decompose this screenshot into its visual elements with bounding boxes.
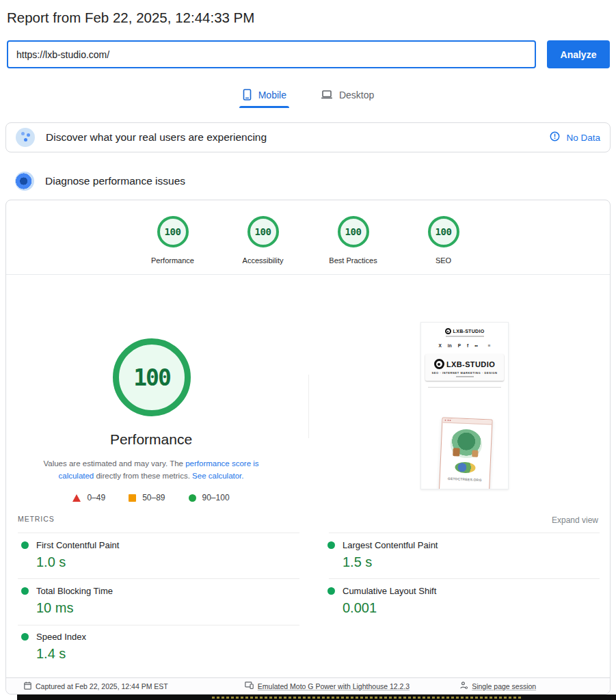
banner-subtitle: SEO · INTERNET MARKETING · DESIGN [428,371,501,375]
tab-desktop[interactable]: Desktop [318,85,377,108]
discover-section: Discover what your real users are experi… [5,122,611,152]
best-practices-score: 100 [345,226,362,237]
earth-tree-illustration [450,429,483,459]
score-disclaimer: Values are estimated and may vary. The p… [27,457,276,483]
metrics-section-label: METRICS [18,515,55,523]
thumb-inner-site-card: GETDCTREES.ORG [438,417,492,489]
inner-site-name: GETDCTREES.ORG [440,476,490,482]
cutoff-banner [17,695,616,700]
seo-gauge: 100 [428,216,459,247]
info-icon [550,131,560,144]
accessibility-label: Accessibility [243,256,284,265]
performance-heading: Performance [49,431,254,448]
session-info[interactable]: Single page session [460,682,536,690]
metric-label: Total Blocking Time [36,586,113,596]
page-title: Report from Feb 22, 2025, 12:44:33 PM [7,10,254,26]
session-info-text: Single page session [472,682,536,690]
metrics-divider [18,533,299,533]
thumb-site-name: LXB-STUDIO [453,329,485,334]
performance-gauge: 100 [157,216,189,247]
metrics-divider [329,533,600,533]
best-practices-gauge: 100 [338,216,369,247]
category-scores-row: 100 Performance 100 Accessibility 100 Be… [6,216,610,265]
tab-mobile-label: Mobile [258,90,286,100]
facebook-icon: f [467,343,468,348]
analyze-button[interactable]: Analyze [547,40,610,68]
tab-mobile[interactable]: Mobile [239,85,289,108]
thumb-site-header: LXB-STUDIO [421,328,508,334]
pagespeed-report-page: Report from Feb 22, 2025, 12:44:33 PM An… [0,0,616,700]
site-logo-icon [445,328,451,334]
cutoff-banner-text-fragment [212,697,523,699]
legend-average: 50–89 [129,493,165,502]
desktop-laptop-icon [321,90,333,100]
pass-dot-icon [21,587,29,595]
pass-dot-icon [21,541,29,549]
banner-subtitle-bar [456,376,474,377]
see-calculator-link[interactable]: See calculator. [192,472,243,480]
url-input[interactable] [7,40,536,68]
metrics-divider [18,625,299,625]
flickr-icon: •• [474,343,478,348]
disclaimer-text-1: Values are estimated and may vary. The [43,459,185,468]
inner-browser-bar [442,418,492,425]
expand-view-button[interactable]: Expand view [552,515,598,525]
metric-speed-index: Speed Index 1.4 s [21,632,86,662]
orange-square-icon [129,494,136,502]
pass-dot-icon [327,541,335,549]
no-data-label: No Data [566,133,600,143]
green-circle-icon [189,494,196,502]
pinterest-icon: P [458,343,461,348]
best-practices-label: Best Practices [329,256,377,265]
legend-average-range: 50–89 [142,493,165,502]
section-divider [6,274,610,275]
calendar-icon [24,682,31,691]
accessibility-score: 100 [255,226,271,237]
device-tabs: Mobile Desktop [0,85,616,108]
thumb-social-row: X in P f •• ≡ [421,343,508,348]
metric-value: 0.001 [343,600,436,616]
pass-dot-icon [21,633,29,641]
thumb-divider [428,387,501,388]
seo-score: 100 [436,226,452,237]
banner-title: LXB-STUDIO [446,360,495,368]
performance-big-score: 100 [133,364,170,391]
legend-pass-range: 90–100 [202,493,230,502]
disclaimer-text-2: directly from these metrics. [94,472,192,480]
category-performance[interactable]: 100 Performance [143,216,203,265]
metric-largest-contentful-paint: Largest Contentful Paint 1.5 s [327,540,438,570]
no-data-badge[interactable]: No Data [550,131,600,144]
red-triangle-icon [72,494,81,502]
seo-label: SEO [436,256,451,265]
real-users-icon [16,128,35,147]
metrics-divider [18,578,299,579]
people-globe-illustration [455,461,476,473]
metric-value: 10 ms [36,600,113,616]
diagnose-report-card: 100 Performance 100 Accessibility 100 Be… [5,200,611,695]
legend-pass: 90–100 [189,493,230,502]
metrics-divider [329,578,600,579]
performance-score: 100 [165,226,181,237]
emulation-info[interactable]: Emulated Moto G Power with Lighthouse 12… [245,682,410,690]
report-footer: Captured at Feb 22, 2025, 12:44 PM EST E… [6,677,610,694]
session-person-icon [460,682,468,690]
performance-label: Performance [151,256,194,265]
devices-icon [245,682,254,690]
thumb-logo-banner: LXB-STUDIO SEO · INTERNET MARKETING · DE… [425,354,504,381]
capture-time: Captured at Feb 22, 2025, 12:44 PM EST [24,682,168,691]
site-screenshot-thumbnail: LXB-STUDIO X in P f •• ≡ LXB-STUDIO SEO … [420,322,509,489]
legend-fail: 0–49 [72,493,105,502]
category-accessibility[interactable]: 100 Accessibility [233,216,293,265]
category-seo[interactable]: 100 SEO [414,216,474,265]
accessibility-gauge: 100 [247,216,279,247]
menu-icon: ≡ [488,343,491,348]
metric-cumulative-layout-shift: Cumulative Layout Shift 0.001 [327,586,436,616]
emulation-info-text: Emulated Moto G Power with Lighthouse 12… [258,682,410,690]
mobile-phone-icon [242,89,252,100]
category-best-practices[interactable]: 100 Best Practices [323,216,384,265]
metric-label: Largest Contentful Paint [343,540,438,550]
performance-big-gauge: 100 [113,338,191,416]
pass-dot-icon [327,587,335,595]
banner-logo-icon [434,359,444,369]
tab-desktop-label: Desktop [339,90,374,100]
